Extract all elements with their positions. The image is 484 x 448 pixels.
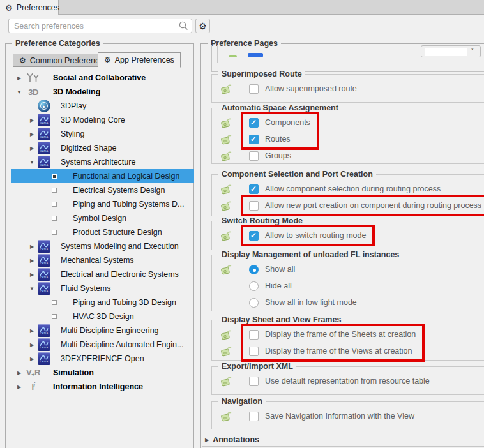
catia-app-icon: CATIA bbox=[36, 282, 52, 295]
tree-item-piping-and-tubing-systems-d[interactable]: Piping and Tubing Systems D... bbox=[11, 197, 194, 211]
tree-item-label: Piping and Tubing 3D Design bbox=[73, 298, 176, 307]
tree-item-multi-discipline-automated-engin[interactable]: ▶CATIAMulti Discipline Automated Engin..… bbox=[11, 338, 194, 352]
unlock-icon[interactable] bbox=[221, 151, 236, 161]
tree-item-label: Digitized Shape bbox=[61, 144, 117, 153]
collapsed-arrow-icon[interactable]: ▶ bbox=[15, 370, 24, 376]
tree-item-3d-modeling-core[interactable]: ▶CATIA3D Modeling Core bbox=[11, 113, 194, 127]
checkbox-save-navigation-information-with-the-view[interactable] bbox=[249, 412, 259, 421]
unlock-icon[interactable] bbox=[221, 330, 236, 340]
preference-categories-panel: Preference Categories ⚙ Common Preferenc… bbox=[5, 43, 194, 448]
tree-item-product-structure-design[interactable]: Product Structure Design bbox=[11, 225, 194, 239]
tree-item-information-intelligence[interactable]: ▶iiInformation Intelligence bbox=[11, 380, 194, 394]
preference-groups: Superimposed RouteAllow superimposed rou… bbox=[201, 44, 484, 448]
checkbox-routes[interactable] bbox=[249, 135, 259, 144]
tab-preferences[interactable]: ⚙ Preferences bbox=[0, 0, 59, 15]
option-row: Save Navigation Information with the Vie… bbox=[212, 408, 484, 424]
ii-text-icon: ii bbox=[24, 382, 43, 392]
unlock-icon[interactable] bbox=[221, 231, 236, 241]
collapsed-arrow-icon[interactable]: ▶ bbox=[27, 117, 36, 123]
item-bullet-icon bbox=[52, 300, 57, 305]
checkbox-allow-new-port-creation-on-component-during-routing-process[interactable] bbox=[249, 201, 259, 211]
collapsed-arrow-icon[interactable]: ▶ bbox=[27, 244, 36, 250]
collapsed-arrow-icon[interactable]: ▶ bbox=[27, 328, 36, 334]
unlock-icon[interactable] bbox=[221, 377, 236, 386]
radio-hide-all[interactable] bbox=[249, 281, 259, 291]
tree-item-label: Piping and Tubing Systems D... bbox=[73, 200, 184, 209]
checkbox-groups[interactable] bbox=[249, 151, 259, 161]
checkbox-allow-to-switch-routing-mode[interactable] bbox=[249, 231, 259, 241]
tree-item-3dplay[interactable]: ▶3DPlay bbox=[11, 99, 194, 113]
checkbox-display-the-frame-of-the-sheets-at-creation[interactable] bbox=[249, 330, 259, 340]
tree-item-piping-and-tubing-3d-design[interactable]: Piping and Tubing 3D Design bbox=[11, 295, 194, 310]
tree-item-label: Mechanical Systems bbox=[61, 256, 134, 265]
tree-item-mechanical-systems[interactable]: ▶CATIAMechanical Systems bbox=[11, 253, 194, 267]
tree-item-3dexperience-open[interactable]: ▶CATIA3DEXPERIENCE Open bbox=[11, 352, 194, 366]
tree-item-systems-modeling-and-execution[interactable]: ▶CATIASystems Modeling and Execution bbox=[11, 239, 194, 253]
checkbox-use-default-representation-from-resource-table[interactable] bbox=[249, 377, 259, 386]
collapsed-arrow-icon[interactable]: ▶ bbox=[27, 342, 36, 348]
collapsed-arrow-icon[interactable]: ▶ bbox=[15, 75, 24, 81]
tree-item-systems-architecture[interactable]: ▼CATIASystems Architecture bbox=[11, 155, 194, 169]
option-label: Allow component selection during routing… bbox=[265, 184, 441, 193]
radio-show-all[interactable] bbox=[249, 265, 259, 274]
option-label: Save Navigation Information with the Vie… bbox=[265, 412, 414, 421]
option-label: Use default representation from resource… bbox=[265, 377, 430, 385]
collapsed-arrow-icon[interactable]: ▶ bbox=[27, 146, 36, 151]
option-label: Groups bbox=[265, 151, 291, 160]
tab-app-preferences[interactable]: ⚙ App Preferences bbox=[98, 52, 181, 68]
tree-item-3d-modeling[interactable]: ▼3D3D Modeling bbox=[11, 85, 194, 99]
annotations-section-header[interactable]: ▶ Annotations bbox=[205, 435, 259, 444]
collapsed-arrow-icon[interactable]: ▶ bbox=[205, 437, 209, 443]
catia-app-icon: CATIA bbox=[36, 128, 52, 140]
tree-item-multi-discipline-engineering[interactable]: ▶CATIAMulti Discipline Engineering bbox=[11, 324, 194, 338]
tree-item-electrical-systems-design[interactable]: Electrical Systems Design bbox=[11, 183, 194, 197]
checkbox-display-the-frame-of-the-views-at-creation[interactable] bbox=[249, 347, 259, 356]
unlock-icon[interactable] bbox=[221, 135, 236, 144]
expanded-arrow-icon[interactable]: ▼ bbox=[27, 286, 36, 292]
tree-item-label: Styling bbox=[61, 130, 85, 138]
catia-app-icon: CATIA bbox=[36, 268, 52, 281]
unlock-icon[interactable] bbox=[221, 118, 236, 128]
tree-item-functional-and-logical-design[interactable]: Functional and Logical Design bbox=[11, 169, 194, 183]
option-label: Allow to switch routing mode bbox=[265, 231, 366, 240]
collapsed-arrow-icon[interactable]: ▶ bbox=[27, 131, 36, 137]
checkbox-allow-component-selection-during-routing-process[interactable] bbox=[249, 184, 259, 194]
unlock-icon[interactable] bbox=[221, 84, 236, 94]
collapsed-arrow-icon[interactable]: ▶ bbox=[27, 258, 36, 264]
tree-item-label: Electrical and Electronic Systems bbox=[61, 270, 179, 279]
tree-item-social-and-collaborative[interactable]: ▶Social and Collaborative bbox=[11, 71, 194, 85]
unlock-icon[interactable] bbox=[221, 412, 236, 421]
vr-text-icon: V+R bbox=[24, 368, 43, 378]
collapsed-arrow-icon[interactable]: ▶ bbox=[27, 272, 36, 278]
radio-show-all-in-low-light-mode[interactable] bbox=[249, 298, 259, 308]
option-row: Display the frame of the Sheets at creat… bbox=[212, 326, 484, 343]
preference-tree: ▶Social and Collaborative▼3D3D Modeling▶… bbox=[11, 71, 194, 394]
search-input[interactable] bbox=[8, 19, 192, 33]
tree-item-styling[interactable]: ▶CATIAStyling bbox=[11, 127, 194, 141]
option-row: Groups bbox=[212, 147, 484, 164]
tree-item-symbol-design[interactable]: Symbol Design bbox=[11, 211, 194, 225]
tree-item-simulation[interactable]: ▶V+RSimulation bbox=[11, 366, 194, 380]
expanded-arrow-icon[interactable]: ▼ bbox=[27, 160, 36, 165]
gear-icon: ⚙ bbox=[104, 56, 111, 64]
tree-item-electrical-and-electronic-systems[interactable]: ▶CATIAElectrical and Electronic Systems bbox=[11, 267, 194, 281]
tree-item-hvac-3d-design[interactable]: HVAC 3D Design bbox=[11, 310, 194, 324]
collapsed-arrow-icon[interactable]: ▶ bbox=[15, 384, 24, 390]
unlock-icon[interactable] bbox=[221, 347, 236, 356]
unlock-icon[interactable] bbox=[221, 265, 236, 274]
tree-item-digitized-shape[interactable]: ▶CATIADigitized Shape bbox=[11, 141, 194, 155]
tree-item-fluid-systems[interactable]: ▼CATIAFluid Systems bbox=[11, 281, 194, 295]
search-settings-button[interactable]: ⚙ bbox=[195, 19, 210, 33]
tree-item-label: Simulation bbox=[53, 368, 94, 377]
checkbox-components[interactable] bbox=[249, 118, 259, 128]
option-label: Show all bbox=[265, 265, 295, 274]
collapsed-arrow-icon[interactable]: ▶ bbox=[27, 356, 36, 362]
option-row: Show all bbox=[212, 261, 484, 278]
preference-pages-panel: Preference Pages ▾ Superimposed RouteAll… bbox=[200, 43, 484, 448]
expanded-arrow-icon[interactable]: ▼ bbox=[15, 89, 24, 95]
option-row: Allow to switch routing mode bbox=[212, 227, 484, 244]
unlock-icon[interactable] bbox=[221, 201, 236, 211]
catia-app-icon: CATIA bbox=[36, 142, 52, 154]
unlock-icon[interactable] bbox=[221, 184, 236, 194]
checkbox-allow-superimposed-route[interactable] bbox=[249, 84, 259, 94]
